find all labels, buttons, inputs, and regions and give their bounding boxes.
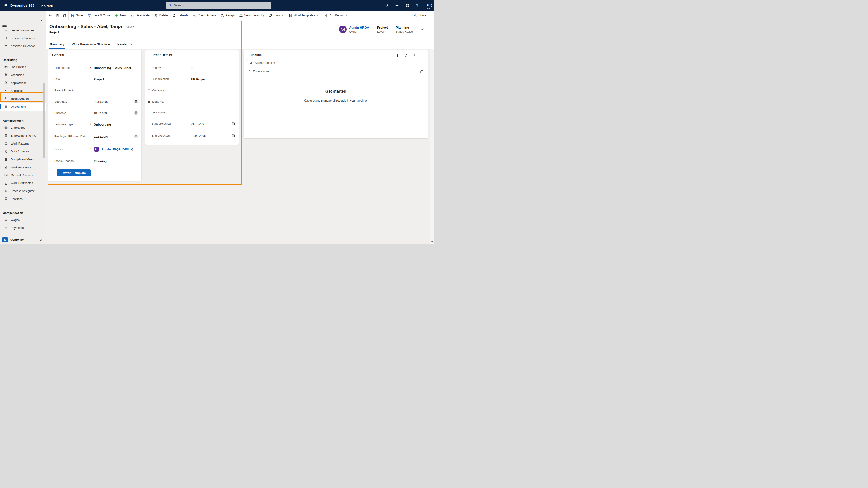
tab-related[interactable]: Related <box>117 40 133 49</box>
field-currency[interactable]: Currency --- <box>146 85 239 96</box>
field-ident-no[interactable]: Ident No. --- <box>146 96 239 107</box>
field-start-projected[interactable]: Start projected 21.10.2007 <box>146 117 239 130</box>
sidebar-item-work-certificates[interactable]: Work Certificates <box>0 179 46 187</box>
new-label: New <box>120 13 126 17</box>
timeline-note-row[interactable]: Enter a note... <box>247 70 423 76</box>
assign-icon <box>221 13 224 17</box>
sidebar-item-absence-calendar[interactable]: Absence Calendar <box>0 42 46 50</box>
app-title[interactable]: Dynamics 365 <box>10 3 34 7</box>
area-switcher[interactable]: O Overview <box>0 235 46 244</box>
rework-template-button[interactable]: Rework Template <box>57 169 91 176</box>
timeline-add-icon[interactable] <box>396 54 399 57</box>
sidebar-item-business-closures[interactable]: Business Closures <box>0 34 46 42</box>
field-description[interactable]: Description --- <box>146 107 239 117</box>
run-report-button[interactable]: Run Report <box>321 11 350 20</box>
save-button[interactable]: Save <box>68 11 85 20</box>
timeline-search-input[interactable] <box>254 61 421 65</box>
run-report-label: Run Report <box>329 13 344 17</box>
page-scrollbar[interactable] <box>430 49 434 244</box>
global-search-box[interactable] <box>166 2 271 9</box>
popout-button[interactable] <box>61 11 68 20</box>
sidebar-item-data-changes[interactable]: Data Changes <box>0 148 46 155</box>
user-avatar[interactable]: AH <box>425 2 432 9</box>
sidebar-item-employment-terms[interactable]: Employment Terms <box>0 132 46 139</box>
owner-name-link[interactable]: Admin HRQA <box>349 26 369 29</box>
sidebar-scroll-up-icon[interactable] <box>40 19 43 23</box>
lightbulb-icon[interactable] <box>385 4 389 7</box>
field-start-date[interactable]: Start date 21.10.2007 <box>48 96 142 107</box>
back-button[interactable] <box>46 11 54 20</box>
sidebar-item-work-patterns[interactable]: Work Patterns <box>0 139 46 148</box>
field-owner[interactable]: Owner * AH Admin HRQA (Offline) <box>48 143 142 155</box>
help-icon[interactable]: ? <box>416 3 418 7</box>
field-employee-effective-date[interactable]: Employee Effective Date 31.12.2007 <box>48 130 142 143</box>
refresh-button[interactable]: Refresh <box>170 11 190 20</box>
new-button[interactable]: New <box>113 11 128 20</box>
sidebar-item-work-accidents[interactable]: Work Accidents <box>0 163 46 171</box>
field-priority[interactable]: Priority --- <box>146 62 239 73</box>
settings-gear-icon[interactable] <box>405 3 409 7</box>
calendar-icon[interactable] <box>134 100 138 104</box>
sidebar-item-onboarding[interactable]: Onboarding <box>0 103 46 110</box>
field-level[interactable]: Level Project <box>48 73 142 85</box>
field-end-date[interactable]: End date 18.02.2008 <box>48 107 142 119</box>
global-search-input[interactable] <box>173 3 269 7</box>
nav-divider <box>38 2 38 8</box>
timeline-more-icon[interactable] <box>420 54 424 57</box>
tab-work-breakdown-structure[interactable]: Work Breakdown Structure <box>71 40 110 49</box>
sidebar-item-disciplinary-measures[interactable]: Disciplinary Meas... <box>0 155 46 163</box>
calendar-icon[interactable] <box>134 111 138 115</box>
sidebar-item-wages[interactable]: Wages <box>0 216 46 224</box>
field-end-projected[interactable]: End projected 18.02.2008 <box>146 130 239 141</box>
deactivate-button[interactable]: Deactivate <box>128 11 152 20</box>
timeline-search-box[interactable] <box>247 59 423 66</box>
calendar-icon[interactable] <box>231 134 235 137</box>
onboarding-notes-icon <box>4 105 8 108</box>
field-template-type[interactable]: Template Type * Onboarding <box>48 119 142 130</box>
sidebar-item-leave-summaries[interactable]: Leave Summaries <box>0 28 46 34</box>
sidebar-item-medical-records[interactable]: Medical Records <box>0 171 46 179</box>
share-button[interactable]: Share <box>411 11 433 20</box>
delete-trash-icon <box>154 13 158 17</box>
entity-type-label: Project <box>49 31 134 34</box>
sidebar-item-payment-summaries[interactable]: Payment Summari... <box>0 232 46 235</box>
scroll-down-icon[interactable] <box>431 240 434 243</box>
word-templates-button[interactable]: Word Templates <box>286 11 321 20</box>
view-hierarchy-button[interactable]: View Hierarchy <box>237 11 266 20</box>
flow-button[interactable]: Flow <box>266 11 286 20</box>
waffle-menu-icon[interactable] <box>0 0 10 11</box>
tab-summary[interactable]: Summary <box>49 40 65 49</box>
paperclip-icon[interactable] <box>420 70 423 73</box>
field-classification[interactable]: Classification HR Project <box>146 73 239 85</box>
sidebar-item-payments[interactable]: Payments <box>0 224 46 232</box>
save-and-close-button[interactable]: Save & Close <box>85 11 113 20</box>
sidebar-item-positions[interactable]: Positions <box>0 195 46 203</box>
hamburger-menu-icon[interactable] <box>2 24 6 28</box>
field-parent-project[interactable]: Parent Project --- <box>48 85 142 96</box>
sidebar-scrollbar-thumb[interactable] <box>43 83 44 158</box>
calendar-icon[interactable] <box>231 122 235 126</box>
check-access-button[interactable]: Check Access <box>190 11 218 20</box>
sidebar-item-process-assignments[interactable]: Process Assignme... <box>0 187 46 195</box>
sidebar-item-job-profiles[interactable]: Job Profiles <box>0 63 46 71</box>
timeline-filter-icon[interactable] <box>404 54 407 57</box>
further-details-section-card: Further Details Priority --- Classificat… <box>146 50 239 145</box>
header-expand-chevron-icon[interactable] <box>421 28 424 31</box>
timeline-sort-icon[interactable] <box>412 54 415 57</box>
app-area-name[interactable]: HR HUB <box>41 4 53 7</box>
sidebar-item-talent-search[interactable]: Talent Search <box>0 95 46 103</box>
sidebar-item-employees[interactable]: Employees <box>0 124 46 132</box>
owner-field-link[interactable]: Admin HRQA (Offline) <box>101 148 133 151</box>
sidebar-item-applicants[interactable]: Applicants <box>0 87 46 95</box>
delete-button[interactable]: Delete <box>152 11 170 20</box>
form-summary-button[interactable] <box>54 11 61 20</box>
field-status-reason[interactable]: Status Reason Planning <box>48 155 142 167</box>
assign-button[interactable]: Assign <box>218 11 237 20</box>
field-title-internal[interactable]: Title Internal * Onboarding - Sales - Ab… <box>48 62 142 73</box>
scroll-up-icon[interactable] <box>431 51 434 53</box>
sidebar-item-applications[interactable]: Applications <box>0 79 46 87</box>
quick-create-plus-icon[interactable] <box>395 4 399 7</box>
sidebar-item-vacancies[interactable]: Vacancies <box>0 71 46 79</box>
calendar-icon[interactable] <box>134 135 138 138</box>
field-label: Parent Project <box>54 89 90 93</box>
